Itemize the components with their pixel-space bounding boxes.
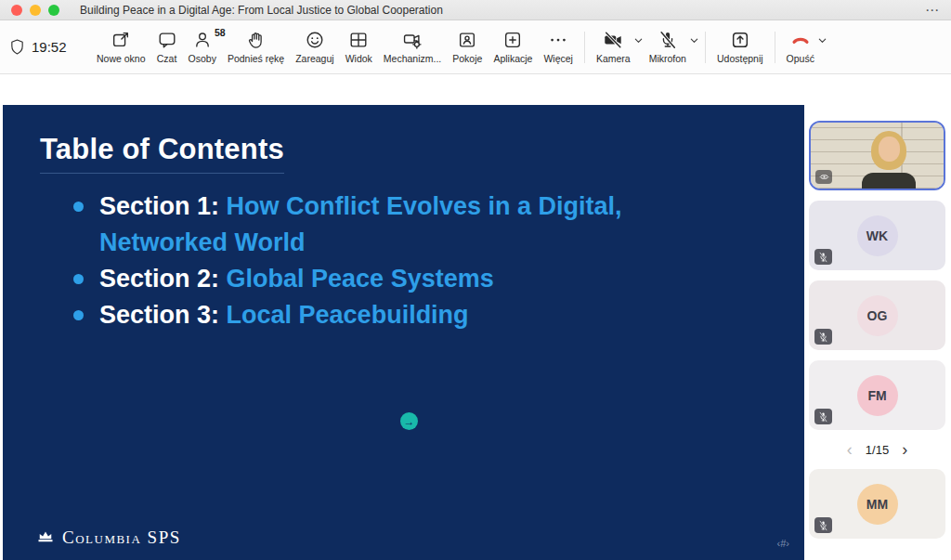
mic-off-icon xyxy=(658,30,678,50)
participant-tile-fm[interactable]: FM xyxy=(809,360,945,430)
logo-text: Columbia SPS xyxy=(62,527,181,548)
mic-control-group: Mikrofon xyxy=(644,27,699,67)
button-label: Nowe okno xyxy=(97,53,146,64)
slide-title: Table of Contents xyxy=(40,133,284,174)
mic-dropdown-chevron-icon[interactable] xyxy=(689,35,699,46)
section-text: Local Peacebuilding xyxy=(227,301,469,329)
meeting-timer: 19:52 xyxy=(9,37,91,58)
meeting-content-area: Table of Contents Section 1: How Conflic… xyxy=(0,74,951,560)
microphone-button[interactable]: Mikrofon xyxy=(644,27,692,67)
participants-pager: ‹ 1/15 › xyxy=(809,440,945,459)
muted-mic-icon[interactable] xyxy=(814,249,832,265)
participant-initials-avatar: MM xyxy=(857,484,898,525)
camera-button[interactable]: Kamera xyxy=(591,27,636,67)
camera-dropdown-chevron-icon[interactable] xyxy=(633,35,644,46)
section-text: Global Peace Systems xyxy=(227,265,494,293)
meeting-app-window: Building Peace in a Digital Age: From Lo… xyxy=(0,0,951,560)
window-titlebar: Building Peace in a Digital Age: From Lo… xyxy=(0,0,951,20)
meeting-toolbar: 19:52 Nowe okno Czat 58 Osoby Po xyxy=(0,20,951,74)
red-handset-icon xyxy=(789,30,812,50)
close-window-button[interactable] xyxy=(11,5,22,16)
section-label: Section 2: xyxy=(99,265,219,293)
muted-mic-icon[interactable] xyxy=(814,329,832,345)
participant-initials-avatar: WK xyxy=(857,215,898,256)
toolbar-divider xyxy=(775,32,775,63)
button-label: Pokoje xyxy=(452,53,482,64)
more-button[interactable]: Więcej xyxy=(538,27,579,67)
muted-mic-icon[interactable] xyxy=(814,517,832,533)
encryption-shield-icon xyxy=(9,37,25,58)
button-label: Podnieś rękę xyxy=(228,53,284,64)
button-label: Opuść xyxy=(787,53,814,64)
chat-button[interactable]: Czat xyxy=(151,27,183,67)
new-window-button[interactable]: Nowe okno xyxy=(91,27,151,67)
crown-icon xyxy=(36,528,55,547)
shared-presentation-slide: Table of Contents Section 1: How Conflic… xyxy=(3,105,804,560)
pager-label: 1/15 xyxy=(866,443,889,457)
slide-page-number-placeholder: ‹#› xyxy=(777,538,789,549)
raise-hand-button[interactable]: Podnieś rękę xyxy=(222,27,290,67)
participant-initials-avatar: OG xyxy=(857,295,898,336)
toc-item: Section 2: Global Peace Systems xyxy=(72,261,722,297)
share-up-arrow-icon xyxy=(730,30,750,50)
button-label: Osoby xyxy=(189,53,216,64)
button-label: Kamera xyxy=(596,53,631,64)
react-button[interactable]: Zareaguj xyxy=(290,27,339,67)
grid-view-icon xyxy=(348,30,369,50)
button-label: Widok xyxy=(345,53,372,64)
share-screen-button[interactable]: Udostępnij xyxy=(711,27,769,67)
participants-button[interactable]: 58 Osoby xyxy=(183,27,222,67)
breakout-rooms-button[interactable]: Pokoje xyxy=(447,27,488,67)
meeting-timer-value: 19:52 xyxy=(32,39,67,55)
participant-tile-wk[interactable]: WK xyxy=(809,201,945,270)
presenter-video-tile[interactable] xyxy=(809,121,945,190)
button-label: Czat xyxy=(157,53,177,64)
toolbar-divider xyxy=(584,32,585,63)
leave-control-group: Opuść xyxy=(781,27,827,67)
camera-gear-icon xyxy=(402,30,423,50)
titlebar-more-icon[interactable]: ⋯ xyxy=(925,2,940,19)
spotlight-eye-icon[interactable] xyxy=(815,170,832,184)
people-icon: 58 xyxy=(192,30,213,50)
leave-meeting-button[interactable]: Opuść xyxy=(781,27,820,67)
columbia-sps-logo: Columbia SPS xyxy=(36,527,181,548)
section-label: Section 1: xyxy=(99,192,219,220)
apps-button[interactable]: Aplikacje xyxy=(488,27,538,67)
raised-hand-icon xyxy=(246,30,267,50)
minimize-window-button[interactable] xyxy=(30,5,41,16)
button-label: Mechanizm... xyxy=(384,53,441,64)
camera-control-group: Kamera xyxy=(591,27,644,67)
button-label: Aplikacje xyxy=(493,53,532,64)
apps-plus-icon xyxy=(502,30,523,50)
new-window-icon xyxy=(111,30,131,50)
presenter-face xyxy=(879,137,900,162)
toc-item: Section 1: How Conflict Evolves in a Dig… xyxy=(72,189,722,261)
more-dots-icon xyxy=(548,30,568,50)
chat-bubble-icon xyxy=(157,30,177,50)
pager-prev-icon[interactable]: ‹ xyxy=(847,441,853,458)
view-button[interactable]: Widok xyxy=(340,27,378,67)
slide-next-arrow-button[interactable]: → xyxy=(400,412,418,430)
smiley-icon xyxy=(305,30,325,50)
pager-next-icon[interactable]: › xyxy=(902,441,907,458)
presenter-torso xyxy=(862,173,916,189)
camera-off-icon xyxy=(603,30,623,50)
participant-tile-og[interactable]: OG xyxy=(809,280,945,350)
button-label: Więcej xyxy=(543,53,573,64)
muted-mic-icon[interactable] xyxy=(814,409,832,424)
section-label: Section 3: xyxy=(99,301,219,329)
toolbar-divider xyxy=(705,32,706,63)
leave-dropdown-chevron-icon[interactable] xyxy=(817,35,827,46)
button-label: Udostępnij xyxy=(717,53,763,64)
mechanisms-button[interactable]: Mechanizm... xyxy=(378,27,447,67)
fullscreen-window-button[interactable] xyxy=(48,5,59,16)
window-title: Building Peace in a Digital Age: From Lo… xyxy=(80,4,443,17)
button-label: Zareaguj xyxy=(295,53,333,64)
window-controls xyxy=(11,5,59,16)
participant-tile-mm[interactable]: MM xyxy=(809,469,945,539)
button-label: Mikrofon xyxy=(649,53,686,64)
table-of-contents-list: Section 1: How Conflict Evolves in a Dig… xyxy=(72,189,722,333)
participants-count-badge: 58 xyxy=(215,27,226,38)
participants-sidebar: WK OG FM ‹ 1/15 › xyxy=(809,121,945,539)
toc-item: Section 3: Local Peacebuilding xyxy=(72,297,722,333)
